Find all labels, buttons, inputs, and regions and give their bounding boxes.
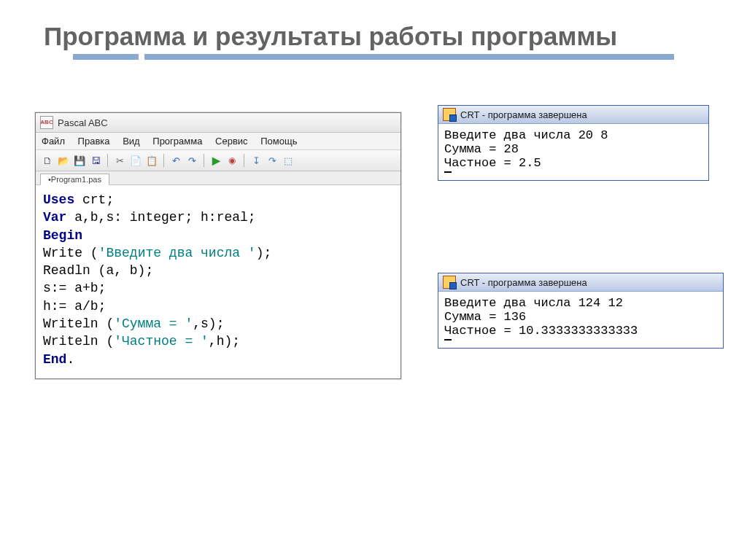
toolbar-separator	[244, 154, 244, 167]
crt-titlebar: CRT - программа завершена	[438, 273, 723, 292]
code-line: Uses crt;	[43, 191, 393, 209]
toolbar-separator	[107, 154, 108, 167]
crt-title: CRT - программа завершена	[460, 277, 587, 288]
menu-program[interactable]: Программа	[152, 136, 202, 147]
redo-icon[interactable]: ↷	[185, 153, 199, 168]
code-editor[interactable]: Uses crt; Var a,b,s: integer; h:real; Be…	[36, 185, 400, 378]
crt-title: CRT - программа завершена	[460, 109, 587, 120]
menu-file[interactable]: Файл	[42, 136, 65, 147]
code-line: h:= a/b;	[43, 298, 393, 315]
divider	[44, 54, 703, 60]
code-line: Readln (a, b);	[43, 262, 393, 279]
save-icon[interactable]: 💾	[72, 153, 87, 168]
crt-window-1: CRT - программа завершена Введите два чи…	[438, 105, 709, 181]
code-line: Writeln ('Частное = ',h);	[43, 332, 393, 350]
menu-view[interactable]: Вид	[123, 136, 140, 147]
toolbar: 🗋 📂 💾 🖫 ✂ 📄 📋 ↶ ↷ ▶ ◉ ↧ ↷ ⬚	[36, 150, 400, 171]
code-line: Writeln ('Сумма = ',s);	[43, 315, 393, 332]
crt-icon	[443, 276, 456, 289]
output-line: Частное = 2.5	[444, 156, 541, 170]
toolbar-separator	[204, 154, 204, 167]
menu-service[interactable]: Сервис	[215, 136, 248, 147]
copy-icon[interactable]: 📄	[128, 153, 143, 168]
text-cursor	[444, 339, 452, 341]
output-line: Введите два числа 20 8	[444, 128, 608, 142]
code-line: Var a,b,s: integer; h:real;	[43, 209, 393, 226]
crt-output: Введите два числа 20 8 Сумма = 28 Частно…	[438, 124, 708, 180]
crt-output: Введите два числа 124 12 Сумма = 136 Час…	[438, 292, 723, 348]
toolbar-separator	[163, 154, 164, 167]
ide-window: ABC Pascal ABC Файл Правка Вид Программа…	[35, 112, 401, 379]
open-file-icon[interactable]: 📂	[56, 153, 71, 168]
title-block: Программа и результаты работы программы	[0, 0, 747, 69]
crt-titlebar: CRT - программа завершена	[438, 106, 708, 124]
text-cursor	[444, 171, 452, 173]
code-line: End.	[43, 351, 393, 368]
crt-window-2: CRT - программа завершена Введите два чи…	[438, 273, 724, 349]
menu-bar: Файл Правка Вид Программа Сервис Помощь	[36, 133, 400, 150]
slide-title: Программа и результаты работы программы	[44, 22, 703, 51]
file-tab-bar: •Program1.pas	[36, 171, 400, 185]
breakpoint-icon[interactable]: ⬚	[281, 153, 295, 168]
crt-icon	[443, 108, 456, 121]
code-line: Write ('Введите два числа ');	[43, 244, 393, 262]
undo-icon[interactable]: ↶	[169, 153, 183, 168]
run-icon[interactable]: ▶	[209, 153, 223, 168]
slide: Программа и результаты работы программы …	[0, 0, 747, 560]
code-line: Begin	[43, 227, 393, 244]
new-file-icon[interactable]: 🗋	[40, 153, 55, 168]
output-line: Введите два числа 124 12	[444, 296, 623, 310]
stop-icon[interactable]: ◉	[225, 153, 239, 168]
ide-titlebar: ABC Pascal ABC	[36, 113, 400, 133]
menu-help[interactable]: Помощь	[260, 136, 297, 147]
output-line: Сумма = 28	[444, 142, 519, 156]
file-tab[interactable]: •Program1.pas	[40, 174, 109, 185]
paste-icon[interactable]: 📋	[144, 153, 159, 168]
code-line: s:= a+b;	[43, 279, 393, 297]
save-all-icon[interactable]: 🖫	[88, 153, 103, 168]
step-into-icon[interactable]: ↧	[249, 153, 263, 168]
output-line: Частное = 10.3333333333333	[444, 324, 638, 338]
app-icon: ABC	[40, 116, 53, 129]
step-over-icon[interactable]: ↷	[265, 153, 279, 168]
cut-icon[interactable]: ✂	[112, 153, 127, 168]
ide-title: Pascal ABC	[58, 117, 108, 128]
menu-edit[interactable]: Правка	[78, 136, 110, 147]
output-line: Сумма = 136	[444, 310, 526, 324]
